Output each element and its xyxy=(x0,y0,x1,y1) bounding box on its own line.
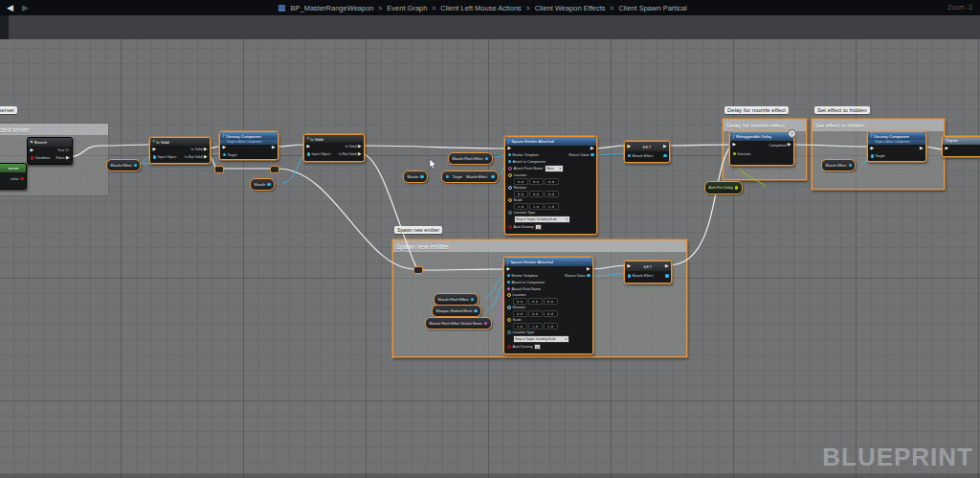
breadcrumb-item-event-graph[interactable]: Event Graph xyxy=(387,4,427,12)
capsule-muzzle-effect-1[interactable]: Muzzle Effect xyxy=(106,159,141,171)
capsule-muzzle-1[interactable]: Muzzle xyxy=(250,178,275,191)
scale-value-fields[interactable]: 1.01.01.0 xyxy=(514,203,559,211)
exec-out-isnotvalid-pin[interactable]: ▶ xyxy=(358,152,362,157)
exec-out-pin[interactable]: ▶ xyxy=(590,147,594,151)
exec-out-true-pin[interactable]: ▷ xyxy=(66,148,70,153)
exec-in-pin[interactable]: ▶ xyxy=(31,148,34,153)
node-is-valid-1[interactable]: ? Is Valid ▶ Is Valid ▶ Input Object Is … xyxy=(149,137,211,164)
node-muzzle-effect-getter[interactable]: Target Muzzle Effect xyxy=(441,171,499,183)
location-value-fields[interactable]: 0.00.00.0 xyxy=(513,298,558,306)
breadcrumb-root[interactable]: BP_MasterRangeWeapon xyxy=(291,4,374,12)
location-type-dropdown[interactable]: Snap to Target, Including Scale ▾ xyxy=(513,335,569,344)
exec-in-pin[interactable]: ▶ xyxy=(223,146,227,150)
comment-connected-server-title[interactable]: connected server xyxy=(0,124,108,135)
scale-pin[interactable] xyxy=(507,318,511,322)
exec-in-pin[interactable]: ▶ xyxy=(628,264,632,269)
value-out-pin[interactable] xyxy=(665,274,668,277)
breadcrumb-item-client-spawn-partical[interactable]: Client Spawn Partical xyxy=(618,4,686,12)
target-pin[interactable] xyxy=(871,154,874,157)
auto-destroy-checkbox[interactable]: ✓ xyxy=(534,344,541,351)
node-branch[interactable]: ◆ Branch ▶ True ▷ Condition False ▶ xyxy=(27,137,73,165)
exec-in-pin[interactable]: ▶ xyxy=(733,143,737,148)
node-is-valid-2[interactable]: ? Is Valid ▶ Is Valid ▶ Input Object Is … xyxy=(303,134,365,162)
exec-out-completed-pin[interactable]: ▶ xyxy=(788,143,791,148)
auto-destroy-checkbox[interactable]: ✓ xyxy=(535,224,542,231)
return-value-pin[interactable] xyxy=(590,153,593,156)
attach-to-component-pin[interactable] xyxy=(508,160,511,163)
node-server-check[interactable]: server value xyxy=(0,163,27,190)
reroute-node-3[interactable] xyxy=(413,266,423,274)
node-outputs[interactable]: Outputs ▶ xyxy=(942,136,980,157)
exec-in-pin[interactable]: ▶ xyxy=(307,145,311,149)
location-type-pin[interactable] xyxy=(508,211,512,215)
forward-arrow-icon[interactable]: ▶ xyxy=(22,4,29,12)
exec-in-pin[interactable]: ▶ xyxy=(871,147,875,151)
rotation-pin[interactable] xyxy=(508,186,512,190)
auto-destroy-pin[interactable] xyxy=(507,345,511,349)
exec-out-pin[interactable]: ▶ xyxy=(663,145,667,149)
location-type-dropdown[interactable]: Snap to Target, Including Scale ▾ xyxy=(514,216,570,224)
input-object-pin[interactable] xyxy=(307,152,310,155)
rotation-value-fields[interactable]: 0.00.00.0 xyxy=(514,191,559,198)
object-out-pin[interactable] xyxy=(420,175,423,178)
bool-pin[interactable] xyxy=(20,177,23,180)
node-spawn-emitter-attached-2[interactable]: ƒ Spawn Emitter Attached ▶ ▶ Emitter Tem… xyxy=(503,257,593,354)
auto-destroy-pin[interactable] xyxy=(508,225,512,229)
emitter-template-pin[interactable] xyxy=(508,153,511,156)
attach-point-name-pin[interactable] xyxy=(508,167,512,171)
breadcrumb-item-client-left-mouse[interactable]: Client Left Mouse Actions xyxy=(440,4,522,12)
duration-pin[interactable] xyxy=(733,152,736,155)
float-out-pin[interactable] xyxy=(735,186,738,189)
value-out-pin[interactable] xyxy=(663,154,666,157)
node-set-muzzle-effect-1[interactable]: ▶ SET ▶ Muzzle Effect xyxy=(624,141,670,163)
rotation-pin[interactable] xyxy=(507,306,511,309)
object-out-pin[interactable] xyxy=(849,164,852,167)
input-object-pin[interactable] xyxy=(153,155,156,158)
exec-in-pin[interactable]: ▶ xyxy=(153,148,157,152)
node-retriggerable-delay[interactable]: ◷ ƒ Retriggerable Delay ▶ Completed ▶ Du… xyxy=(729,131,794,166)
object-out-pin[interactable] xyxy=(474,309,477,312)
exec-out-isnotvalid-pin[interactable]: ▶ xyxy=(204,155,208,160)
node-spawn-emitter-attached-1[interactable]: ƒ Spawn Emitter Attached ▶ ▶ Emitter Tem… xyxy=(504,136,597,235)
target-pin[interactable] xyxy=(223,153,226,156)
target-pin[interactable] xyxy=(446,175,449,178)
exec-out-pin[interactable]: ▶ xyxy=(920,147,924,151)
object-out-pin[interactable] xyxy=(485,157,488,160)
exec-out-pin[interactable]: ▶ xyxy=(665,264,669,269)
exec-out-isvalid-pin[interactable]: ▶ xyxy=(358,145,362,149)
rotation-value-fields[interactable]: 0.00.00.0 xyxy=(513,310,558,318)
capsule-muzzle-flash-socket-name[interactable]: Muzzle Flash Effect Socket Name xyxy=(425,317,492,330)
scale-pin[interactable] xyxy=(508,198,512,202)
attach-point-name-pin[interactable] xyxy=(507,287,510,290)
reroute-node-2[interactable] xyxy=(270,166,279,173)
capsule-weapon-skeletal-mesh[interactable]: Weapon Skeletal Mesh xyxy=(432,305,481,317)
back-arrow-icon[interactable]: ◀ xyxy=(7,4,13,12)
breadcrumb-item-client-weapon-effects[interactable]: Client Weapon Effects xyxy=(535,4,606,12)
location-pin[interactable] xyxy=(508,173,512,177)
exec-in-pin[interactable]: ▶ xyxy=(628,145,632,149)
attach-to-component-pin[interactable] xyxy=(507,281,510,284)
exec-in-pin[interactable]: ▶ xyxy=(508,147,512,151)
location-value-fields[interactable]: 0.00.00.0 xyxy=(514,178,559,186)
capsule-auto-fire-delay[interactable]: Auto Fire Delay xyxy=(704,181,743,194)
node-destroy-component-1[interactable]: ƒ Destroy Component Target is Actor Comp… xyxy=(219,131,278,160)
object-out-pin[interactable] xyxy=(267,183,270,186)
object-out-pin[interactable] xyxy=(471,298,474,301)
object-out-pin[interactable] xyxy=(491,175,494,178)
scale-value-fields[interactable]: 1.01.01.0 xyxy=(513,323,558,330)
value-in-pin[interactable] xyxy=(628,274,631,277)
location-pin[interactable] xyxy=(507,293,511,297)
capsule-muzzle-effect-3[interactable]: Muzzle Effect xyxy=(821,159,856,171)
return-value-pin[interactable] xyxy=(587,274,590,277)
node-set-muzzle-effect-2[interactable]: ▶ SET ▶ Muzzle Effect xyxy=(624,261,672,284)
exec-in-pin[interactable]: ▶ xyxy=(946,147,949,151)
condition-pin[interactable] xyxy=(31,156,33,159)
node-destroy-component-2[interactable]: ƒ Destroy Component Target is Actor Comp… xyxy=(867,131,926,162)
name-out-pin[interactable] xyxy=(484,322,487,325)
object-out-pin[interactable] xyxy=(134,164,137,167)
value-in-pin[interactable] xyxy=(628,154,631,157)
capsule-muzzle-flash-effect-1[interactable]: Muzzle Flash Effect xyxy=(448,152,493,165)
comment-spawn-new-emitter-title[interactable]: Spawn new emitter xyxy=(393,240,686,252)
capsule-muzzle-2[interactable]: Muzzle xyxy=(403,171,428,183)
exec-out-false-pin[interactable]: ▶ xyxy=(66,156,70,161)
